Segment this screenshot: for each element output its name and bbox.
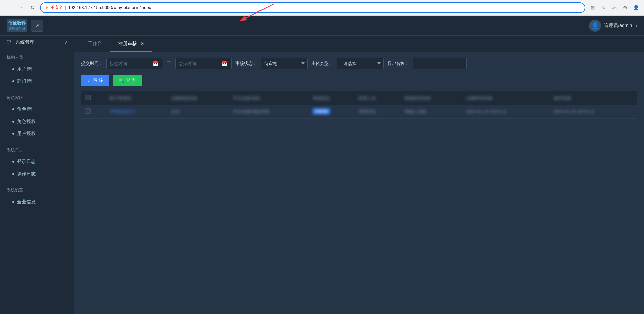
app-header-right: 👤 管理员/admin ‹: [589, 20, 637, 32]
sidebar-item-login-log[interactable]: 登录日志: [0, 156, 74, 168]
sidebar: 🛡 系统管理 ∨ 机构人员 用户管理 部门管理: [0, 36, 74, 314]
avatar: 👤: [589, 20, 601, 32]
th-col2: 注册类型名称: [167, 91, 229, 105]
security-warning: 不安全: [51, 5, 63, 10]
data-table: 客户管理员 注册类型名称 平台名称/域名 审核状态 联系人名 审核时间名称 注册…: [81, 91, 637, 119]
profile-button[interactable]: 👤: [631, 3, 641, 12]
collapse-icon: ∨: [64, 40, 67, 45]
sidebar-item-user-management[interactable]: 用户管理: [0, 63, 74, 75]
td-col5: 管理员名: [354, 105, 400, 119]
tab-register-audit[interactable]: 注册审核 ✕: [110, 36, 152, 52]
user-label: 管理员/admin: [604, 23, 632, 29]
table-row: 详情链接文字 企业 平台名称/域名内容 待审核 管理员名 审核人名称 2024-…: [81, 105, 637, 119]
td-col1[interactable]: 详情链接文字: [105, 105, 167, 119]
phone-button[interactable]: ☏: [610, 3, 619, 12]
end-calendar-icon[interactable]: 📅: [220, 61, 229, 66]
th-col6: 审核时间名称: [400, 91, 462, 105]
row-checkbox[interactable]: [85, 108, 91, 114]
end-time-input[interactable]: [178, 61, 219, 66]
sidebar-group-log: 系统日志 登录日志 操作日志: [0, 141, 74, 180]
browser-chrome: ← → ↻ ⚠ 不安全 | 192.168.177.155:9000/wlhy-…: [0, 0, 644, 16]
app-body: 🛡 系统管理 ∨ 机构人员 用户管理 部门管理: [0, 36, 644, 314]
customer-name-input[interactable]: [413, 58, 467, 69]
td-col2: 企业: [167, 105, 229, 119]
app-header: 信豫数科 供应链平台 ⤢ 👤 管理员/admin ‹: [0, 16, 644, 36]
role-auth-label: 角色授权: [17, 119, 36, 125]
td-col4: 待审核: [308, 105, 354, 119]
operation-log-label: 操作日志: [17, 171, 36, 177]
bullet-icon: [12, 121, 14, 123]
sidebar-item-company-info[interactable]: 全业信息: [0, 196, 74, 208]
table-header-row: 客户管理员 注册类型名称 平台名称/域名 审核状态 联系人名 审核时间名称 注册…: [81, 91, 637, 105]
settings-section-title: 系统设置: [0, 181, 74, 196]
bullet-icon: [12, 108, 14, 110]
bullet-icon: [12, 133, 14, 135]
audit-status-select[interactable]: 待审核 全部 已审核 已拒绝: [261, 58, 308, 69]
bullet-icon: [12, 68, 14, 70]
search-icon: 🔍: [119, 78, 124, 83]
filter-bar: 提交时间： 📅 至 📅 审核状态： 待审核 全部 已审核: [74, 52, 644, 75]
expand-button[interactable]: ⤢: [31, 20, 43, 32]
bullet-icon: [12, 173, 14, 175]
tab-register-audit-label: 注册审核: [118, 41, 137, 46]
address-bar[interactable]: ⚠ 不安全 | 192.168.177.155:9000/wlhy-platfo…: [40, 2, 585, 13]
to-label: 至: [167, 60, 171, 67]
bookmark-button[interactable]: ☆: [599, 3, 608, 12]
tab-workbench[interactable]: 工作台: [80, 36, 110, 52]
sidebar-group-org: 机构人员 用户管理 部门管理: [0, 49, 74, 87]
th-col4: 审核状态: [308, 91, 354, 105]
subject-type-select[interactable]: --请选择-- 企业 个人: [337, 58, 384, 69]
td-checkbox: [81, 105, 105, 119]
sidebar-item-dept-management[interactable]: 部门管理: [0, 75, 74, 87]
th-checkbox: [81, 91, 105, 105]
header-checkbox[interactable]: [85, 95, 91, 100]
org-section-title: 机构人员: [0, 49, 74, 63]
audit-status-label: 审核状态：: [235, 60, 257, 67]
audit-check-icon: ✓: [87, 78, 91, 83]
start-time-wrap: 📅: [106, 58, 163, 69]
app-logo: 信豫数科 供应链平台: [7, 19, 27, 32]
user-auth-label: 用户授权: [17, 131, 36, 137]
th-col8: 操作名称: [550, 91, 637, 105]
app-wrapper: 信豫数科 供应链平台 ⤢ 👤 管理员/admin ‹ 🛡 系: [0, 16, 644, 314]
th-col7: 注册时间名称: [462, 91, 550, 105]
sidebar-item-user-auth[interactable]: 用户授权: [0, 128, 74, 140]
search-button[interactable]: 🔍 查 询: [113, 75, 142, 86]
forward-button[interactable]: →: [16, 3, 25, 12]
th-col5: 联系人名: [354, 91, 400, 105]
action-bar: ✓ 审 核 🔍 查 询: [74, 75, 644, 91]
app-header-left: 信豫数科 供应链平台 ⤢: [7, 19, 43, 32]
search-button-label: 查 询: [126, 77, 136, 83]
start-time-input[interactable]: [109, 61, 150, 66]
back-button[interactable]: ←: [3, 3, 13, 12]
system-management-label: 系统管理: [16, 39, 34, 45]
company-info-label: 全业信息: [17, 199, 36, 205]
sidebar-group-role: 角色权限 角色管理 角色授权 用户授权: [0, 89, 74, 140]
log-section-title: 系统日志: [0, 141, 74, 156]
table-wrap: 客户管理员 注册类型名称 平台名称/域名 审核状态 联系人名 审核时间名称 注册…: [74, 91, 644, 314]
translate-button[interactable]: ⊞: [588, 3, 597, 12]
tab-workbench-label: 工作台: [88, 41, 102, 46]
sidebar-item-operation-log[interactable]: 操作日志: [0, 168, 74, 180]
role-section-title: 角色权限: [0, 89, 74, 103]
customer-name-label: 客户名称：: [387, 60, 409, 67]
sidebar-item-role-management[interactable]: 角色管理: [0, 103, 74, 115]
url-text: 192.168.177.155:9000/wlhy-platform/index: [68, 5, 151, 10]
th-col3: 平台名称/域名: [229, 91, 308, 105]
lock-icon: ⚠: [45, 5, 49, 10]
sidebar-system-management[interactable]: 🛡 系统管理 ∨: [0, 36, 74, 49]
audit-button[interactable]: ✓ 审 核: [81, 75, 109, 86]
browser-toolbar-right: ⊞ ☆ ☏ ⊕ 👤: [588, 3, 641, 12]
extensions-button[interactable]: ⊕: [620, 3, 630, 12]
subject-type-label: 主体类型：: [311, 60, 333, 67]
sidebar-item-role-auth[interactable]: 角色授权: [0, 115, 74, 128]
role-management-label: 角色管理: [17, 106, 36, 112]
td-col7: 2024-01-15 16:01:12: [462, 105, 550, 119]
tab-close-icon[interactable]: ✕: [141, 41, 144, 46]
bullet-icon: [12, 201, 14, 203]
refresh-button[interactable]: ↻: [28, 3, 37, 12]
separator: |: [65, 5, 66, 10]
start-calendar-icon[interactable]: 📅: [151, 61, 160, 66]
th-col1: 客户管理员: [105, 91, 167, 105]
submit-time-label: 提交时间：: [81, 60, 103, 67]
